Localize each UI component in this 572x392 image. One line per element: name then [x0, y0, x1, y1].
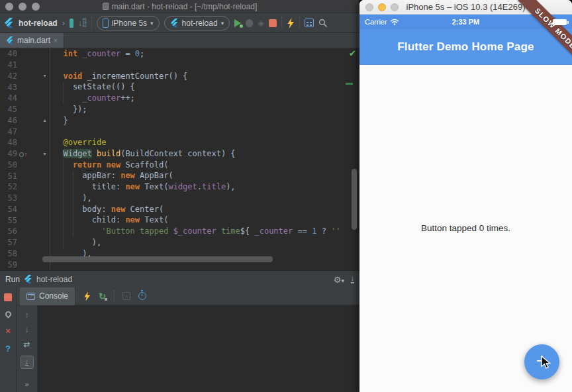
breadcrumb-chevron-icon: › [62, 19, 65, 28]
simulator-title: iPhone 5s – iOS 10.3 (14E269) [406, 2, 526, 12]
minimize-window-button[interactable] [19, 3, 26, 11]
code-text: void _incrementCounter() { [50, 71, 359, 82]
inspection-ok-icon[interactable]: ✔ [349, 48, 356, 58]
close-window-button[interactable] [365, 3, 373, 11]
scroll-to-end-button[interactable]: ↓ [21, 356, 34, 369]
gutter: 51 [0, 170, 50, 181]
vcs-digits-icon: 011001 [83, 18, 87, 28]
vcs-update-button[interactable]: ↓ 011001 [78, 18, 87, 28]
fold-marker[interactable]: ▴ [40, 117, 50, 123]
close-tab-icon[interactable]: × [54, 37, 58, 44]
code-line[interactable]: 54 body: new Center( [0, 204, 359, 215]
flutter-inspector-button[interactable] [305, 19, 314, 27]
code-line[interactable]: 52 title: new Text(widget.title), [0, 181, 359, 193]
gutter: 44 [0, 93, 50, 104]
minimize-window-button[interactable] [378, 3, 386, 11]
flutter-app-bar: Flutter Demo Home Page [359, 29, 572, 65]
toolbar-separator [299, 17, 300, 29]
fold-marker[interactable]: ▾ [40, 151, 50, 157]
line-number: 55 [0, 216, 17, 225]
toolbar-separator [281, 17, 282, 29]
device-selector[interactable]: iPhone 5s ▾ [97, 16, 160, 30]
run-panel-header: Run hot-reload ⚙▾ ↓ [0, 271, 359, 287]
hot-restart-button[interactable]: ↻ [99, 291, 106, 301]
close-panel-button[interactable]: × [5, 327, 11, 335]
zoom-window-button[interactable] [391, 3, 399, 11]
flutter-app-body: Button tapped 0 times. + [359, 65, 572, 392]
code-line[interactable]: 56 'Button tapped $_counter time${ _coun… [0, 226, 359, 237]
search-button[interactable] [318, 19, 328, 28]
hot-reload-bolt-button[interactable] [287, 18, 295, 28]
ide-window: main.dart - hot-reload - [~/tmp/hot-relo… [0, 0, 359, 392]
code-line[interactable]: 48 @override [0, 137, 359, 148]
stop-process-button[interactable] [4, 293, 12, 301]
project-breadcrumb[interactable]: hot-reload [19, 19, 58, 28]
simulator-window: iPhone 5s – iOS 10.3 (14E269) Carrier 2:… [359, 0, 572, 392]
performance-stopwatch-button[interactable] [138, 292, 146, 300]
gutter: 46▴ [0, 115, 50, 126]
code-line[interactable]: 46▴ } [0, 115, 359, 126]
chevron-down-icon: ▾ [221, 20, 224, 26]
hot-reload-button[interactable] [83, 291, 91, 301]
debug-button[interactable] [246, 19, 253, 27]
toolbar-separator [91, 17, 92, 29]
code-line[interactable]: 47 [0, 126, 359, 137]
line-number: 42 [0, 72, 17, 81]
line-number: 59 [0, 260, 17, 270]
gutter: 52 [0, 181, 50, 193]
code-line[interactable]: 44 _counter++; [0, 93, 359, 104]
clear-console-button[interactable]: × [122, 292, 130, 300]
line-number: 56 [0, 226, 17, 236]
hide-panel-button[interactable]: ↓ [351, 275, 354, 283]
bug-icon [246, 19, 253, 27]
console-tab-strip: Console ↻ × [17, 287, 359, 305]
up-arrow-button[interactable]: ↑ [25, 312, 29, 319]
stop-button[interactable] [269, 19, 277, 27]
fold-marker[interactable]: ▾ [40, 73, 50, 79]
help-button[interactable]: ? [5, 345, 11, 353]
vcs-down-arrow-icon: ↓ [78, 19, 82, 28]
horizontal-scrollbar[interactable] [42, 256, 273, 262]
code-line[interactable]: 43 setState(() { [0, 81, 359, 93]
change-stripe-mark [346, 83, 353, 85]
tab-main-dart[interactable]: main.dart × [0, 33, 64, 48]
line-number: 48 [0, 138, 17, 147]
console-tab-label: Console [39, 291, 68, 301]
line-number: 44 [0, 93, 17, 103]
gutter: 42▾ [0, 71, 50, 82]
vertical-scrollbar[interactable] [352, 169, 357, 230]
run-config-selector[interactable]: hot-reload ▾ [164, 16, 230, 30]
line-number: 43 [0, 83, 17, 92]
run-button[interactable] [234, 19, 241, 27]
chevron-down-icon: ▾ [341, 277, 344, 284]
chevron-down-icon: ▾ [150, 20, 154, 26]
code-line[interactable]: 51 appBar: new AppBar( [0, 170, 359, 181]
code-text: child: new Text( [50, 215, 359, 226]
pin-tab-button[interactable] [4, 310, 13, 318]
overflow-actions-button[interactable]: » [24, 380, 28, 388]
soft-wrap-button[interactable]: ⇄ [23, 341, 30, 348]
code-line[interactable]: 50 return new Scaffold( [0, 160, 359, 171]
clock-label: 2:33 PM [359, 18, 572, 26]
zoom-window-button[interactable] [32, 3, 40, 11]
code-editor[interactable]: 40 int _counter = 0;4142▾ void _incremen… [0, 48, 359, 270]
console-output[interactable] [38, 305, 359, 392]
code-line[interactable]: 49↑▾ Widget build(BuildContext context) … [0, 148, 359, 160]
override-method-icon[interactable]: ↑ [19, 152, 28, 158]
coverage-button[interactable]: ◈ [258, 18, 264, 28]
code-line[interactable]: 55 child: new Text( [0, 215, 359, 226]
settings-button[interactable]: ⚙▾ [334, 273, 344, 285]
tab-console[interactable]: Console [20, 287, 75, 305]
code-line[interactable]: 45 }); [0, 104, 359, 115]
code-line[interactable]: 57 ), [0, 237, 359, 248]
line-number: 53 [0, 193, 17, 203]
code-line[interactable]: 40 int _counter = 0; [0, 48, 359, 60]
code-line[interactable]: 42▾ void _incrementCounter() { [0, 71, 359, 82]
code-line[interactable]: 53 ), [0, 193, 359, 204]
close-window-button[interactable] [5, 3, 13, 11]
line-number: 47 [0, 127, 17, 136]
down-arrow-button[interactable]: ↓ [25, 326, 29, 334]
flutter-icon [24, 275, 32, 283]
code-line[interactable]: 41 [0, 60, 359, 71]
run-config-name: hot-reload [36, 275, 72, 284]
